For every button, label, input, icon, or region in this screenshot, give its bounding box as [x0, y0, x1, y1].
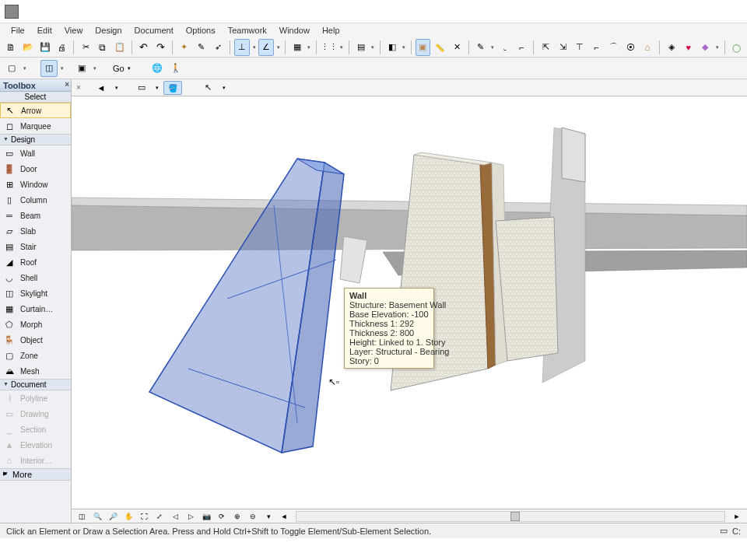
walk-button[interactable] [167, 60, 184, 77]
document-group-header[interactable]: Document [0, 379, 71, 390]
morph-tool[interactable]: ⬠Morph [0, 317, 71, 332]
stair-tool[interactable]: ▤Stair [0, 239, 71, 254]
3d-cutaway-button[interactable] [664, 39, 679, 56]
menu-view[interactable]: View [58, 26, 89, 35]
cancel-button[interactable] [449, 39, 465, 56]
tab-dropdown-arrow[interactable]: ▾ [223, 85, 226, 91]
mesh-tool[interactable]: ⛰Mesh [0, 363, 71, 379]
zoom-scale-button[interactable]: ⊖ [246, 510, 260, 523]
modify-button-7[interactable] [640, 39, 655, 56]
next-zoom-button[interactable]: ▷ [184, 510, 198, 523]
object-tool[interactable]: 🪑Object [0, 332, 71, 348]
inject-button[interactable] [211, 39, 226, 56]
toolbox-close-button[interactable]: × [65, 80, 69, 89]
suspend-button[interactable]: ◧ [384, 39, 400, 56]
tab-prev-button[interactable]: ◄ [92, 81, 110, 95]
menu-file[interactable]: File [5, 26, 31, 35]
shell-tool[interactable]: ◡Shell [0, 270, 71, 285]
column-tool[interactable]: ▯Column [0, 192, 71, 208]
horizontal-scrollbar[interactable] [296, 511, 725, 522]
camera-button[interactable]: 📷 [199, 510, 213, 523]
tab-plan-button[interactable]: ▭ [132, 81, 151, 95]
menu-options[interactable]: Options [180, 26, 222, 35]
slab-tool[interactable]: ▱Slab [0, 223, 71, 239]
menu-window[interactable]: Window [273, 26, 316, 35]
view-mode-button[interactable]: ▢ [3, 60, 20, 77]
dropdown-arrow[interactable]: ▾ [714, 44, 720, 51]
dropdown-arrow[interactable]: ▾ [251, 44, 257, 51]
door-tool[interactable]: 🚪Door [0, 161, 71, 177]
scrollbar-thumb[interactable] [510, 512, 520, 521]
zoom-in-button[interactable]: 🔍 [90, 510, 104, 523]
modify-button-2[interactable]: ⇲ [555, 39, 570, 56]
curtain-wall-tool[interactable]: ▦Curtain… [0, 301, 71, 317]
copy-button[interactable] [95, 39, 110, 56]
pointer-mode-button[interactable]: ↖ [199, 81, 218, 95]
axo-button[interactable]: ▣ [73, 60, 90, 77]
snap-button-2[interactable]: ∠ [258, 39, 274, 56]
open-file-button[interactable] [20, 39, 36, 56]
dropdown-arrow[interactable]: ▾ [307, 44, 312, 51]
fit-selection-button[interactable]: ⤢ [153, 510, 167, 523]
scroll-left-button[interactable]: ◄ [277, 510, 291, 523]
zoom-pan-button[interactable]: ✋ [121, 510, 135, 523]
design-group-header[interactable]: Design [0, 134, 71, 145]
favorites-button[interactable]: ♥ [681, 39, 696, 56]
beam-tool[interactable]: ═Beam [0, 208, 71, 223]
line-button[interactable]: ⦦ [497, 39, 513, 56]
more-group-header[interactable]: ▶More [0, 468, 71, 481]
paste-button[interactable] [112, 39, 128, 56]
arrow-tool[interactable]: Arrow [0, 103, 71, 118]
trace-button[interactable]: ▣ [416, 39, 431, 56]
menu-design[interactable]: Design [89, 26, 128, 35]
dropdown-arrow[interactable]: ▾ [59, 65, 65, 72]
tab-close-button[interactable]: × [76, 83, 81, 92]
zone-tool[interactable]: ▢Zone [0, 348, 71, 363]
menu-help[interactable]: Help [316, 26, 346, 35]
interior-tool[interactable]: ⌂Interior… [0, 453, 71, 468]
zoom-dropdown[interactable]: ▾ [261, 510, 275, 523]
tab-dropdown-arrow[interactable]: ▾ [115, 85, 118, 91]
elevation-tool[interactable]: ▲Elevation [0, 437, 71, 453]
menu-document[interactable]: Document [128, 26, 180, 35]
fit-button[interactable]: ⛶ [137, 510, 151, 523]
3d-perspective-button[interactable]: ◫ [40, 60, 58, 77]
3d-viewport[interactable]: Wall Structure: Basement Wall Base Eleva… [72, 96, 747, 509]
drawing-tool[interactable]: ▭Drawing [0, 406, 71, 422]
menu-edit[interactable]: Edit [31, 26, 58, 35]
print-button[interactable] [54, 39, 69, 56]
snap-points-button[interactable]: ⋮⋮ [321, 39, 338, 56]
teamwork-button[interactable] [728, 39, 744, 56]
layers-button[interactable] [353, 39, 369, 56]
save-button[interactable] [37, 39, 53, 56]
zoom-out-button[interactable]: 🔎 [106, 510, 120, 523]
magic-wand-button[interactable] [177, 39, 192, 56]
edit-button[interactable] [473, 39, 489, 56]
dropdown-arrow[interactable]: ▾ [275, 44, 281, 51]
ruler-button[interactable] [432, 39, 447, 56]
tab-3d-button[interactable] [163, 81, 182, 95]
new-file-button[interactable] [3, 39, 19, 56]
dropdown-arrow[interactable]: ▾ [92, 65, 98, 72]
pickup-button[interactable] [194, 39, 209, 56]
window-tool[interactable]: ⊞Window [0, 177, 71, 192]
go-button[interactable]: Go▾ [107, 61, 136, 76]
dropdown-arrow[interactable]: ▾ [490, 44, 496, 51]
section-tool[interactable]: ⎯Section [0, 422, 71, 437]
marquee-tool[interactable]: Marquee [0, 118, 71, 134]
undo-button[interactable] [135, 39, 151, 56]
tab-dropdown-arrow[interactable]: ▾ [156, 85, 159, 91]
skylight-tool[interactable]: ◫Skylight [0, 285, 71, 301]
modify-button-4[interactable]: ⌐ [589, 39, 605, 56]
dropdown-arrow[interactable]: ▾ [339, 44, 345, 51]
snap-button-1[interactable]: ⊥ [234, 39, 250, 56]
dropdown-arrow[interactable]: ▾ [402, 44, 407, 51]
split-button[interactable]: ⌐ [514, 39, 530, 56]
dropdown-arrow[interactable]: ▾ [22, 65, 28, 72]
modify-button-3[interactable]: ⊤ [572, 39, 587, 56]
orbit-button[interactable]: ⟳ [215, 510, 229, 523]
wall-tool[interactable]: ▭Wall [0, 145, 71, 161]
modify-button-6[interactable]: ⦿ [622, 39, 638, 56]
zoom-100-button[interactable]: ⊕ [230, 510, 244, 523]
scroll-right-button[interactable]: ► [730, 510, 744, 523]
